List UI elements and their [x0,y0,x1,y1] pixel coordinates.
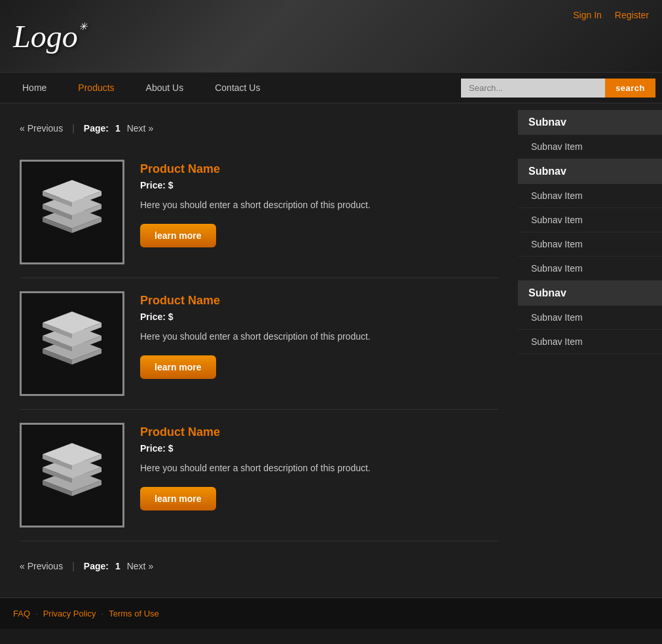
product-info-1: Product Name Price: $ Here you should en… [140,160,498,247]
product-card-3: Product Name Price: $ Here you should en… [20,410,498,541]
subnav-item-2-1[interactable]: Subnav Item [518,208,662,232]
product-name-1: Product Name [140,162,498,176]
main-wrapper: « Previous | Page: 1 Next » [0,103,662,598]
page-label-bottom: Page: [84,561,109,571]
nav-search: search [461,79,655,98]
logo-text: Logo✳ [13,19,78,54]
sidebar: Subnav Subnav Item Subnav Subnav Item Su… [518,103,662,598]
nav-item-home[interactable]: Home [7,73,62,102]
next-bottom-link[interactable]: Next » [127,561,153,571]
prev-top-link[interactable]: « Previous [20,123,63,134]
footer-faq-link[interactable]: FAQ [13,609,30,618]
pagination-bottom: « Previous | Page: 1 Next » [20,554,498,584]
product-card-2: Product Name Price: $ Here you should en… [20,278,498,410]
content-area: « Previous | Page: 1 Next » [0,103,518,598]
nav-item-about[interactable]: About Us [130,73,200,102]
learn-more-btn-3[interactable]: learn more [140,487,216,510]
product-price-2: Price: $ [140,312,498,322]
subnav-item-2-3[interactable]: Subnav Item [518,257,662,281]
learn-more-btn-1[interactable]: learn more [140,224,216,247]
sign-in-link[interactable]: Sign In [573,10,602,20]
footer-privacy-link[interactable]: Privacy Policy [43,609,96,618]
subnav-header-2: Subnav [518,159,662,184]
search-input[interactable] [461,79,605,98]
logo-area: Logo✳ [13,18,78,54]
product-image-1 [20,160,124,264]
product-image-2 [20,291,124,396]
subnav-item-2-0[interactable]: Subnav Item [518,184,662,208]
product-desc-1: Here you should enter a short descriptio… [140,198,498,212]
page-num-top: 1 [115,123,120,134]
next-top-link[interactable]: Next » [127,123,153,134]
footer-dot-2: · [101,609,104,618]
prev-bottom-link[interactable]: « Previous [20,561,63,571]
search-button[interactable]: search [605,79,655,98]
product-name-2: Product Name [140,294,498,308]
product-card-1: Product Name Price: $ Here you should en… [20,147,498,278]
nav-item-contact[interactable]: Contact Us [199,73,276,102]
subnav-item-3-0[interactable]: Subnav Item [518,306,662,330]
subnav-header-1: Subnav [518,110,662,135]
product-info-2: Product Name Price: $ Here you should en… [140,291,498,379]
product-price-1: Price: $ [140,180,498,190]
register-link[interactable]: Register [615,10,649,20]
footer-dot-1: · [35,609,38,618]
learn-more-btn-2[interactable]: learn more [140,355,216,379]
header: Logo✳ Sign In Register [0,0,662,72]
footer: FAQ · Privacy Policy · Terms of Use [0,598,662,629]
subnav-header-3: Subnav [518,281,662,306]
nav-item-products[interactable]: Products [62,73,130,102]
product-name-3: Product Name [140,425,498,439]
product-desc-2: Here you should enter a short descriptio… [140,330,498,344]
nav-links: Home Products About Us Contact Us [7,73,461,102]
page-label-top: Page: [84,123,109,134]
product-info-3: Product Name Price: $ Here you should en… [140,423,498,510]
product-price-3: Price: $ [140,443,498,454]
page-num-bottom: 1 [115,561,120,571]
pagination-top: « Previous | Page: 1 Next » [20,116,498,147]
subnav-item-1-0[interactable]: Subnav Item [518,135,662,159]
product-desc-3: Here you should enter a short descriptio… [140,461,498,475]
subnav-item-2-2[interactable]: Subnav Item [518,232,662,257]
navbar: Home Products About Us Contact Us search [0,72,662,103]
product-image-3 [20,423,124,528]
header-auth: Sign In Register [573,0,649,20]
logo-label: Logo [13,19,78,54]
logo-star: ✳ [79,20,87,33]
footer-terms-link[interactable]: Terms of Use [109,609,159,618]
subnav-item-3-1[interactable]: Subnav Item [518,330,662,354]
